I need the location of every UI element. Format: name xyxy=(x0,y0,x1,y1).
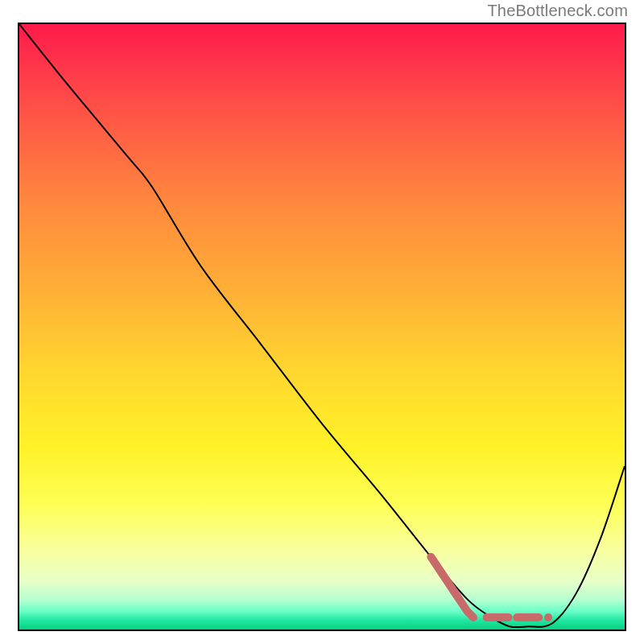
chart-svg xyxy=(19,24,625,630)
chart-frame xyxy=(18,23,626,631)
optimal-range-marker xyxy=(431,557,552,621)
attribution-text: TheBottleneck.com xyxy=(487,2,628,20)
optimal-range-end-dot xyxy=(544,613,552,621)
bottleneck-curve xyxy=(19,24,625,627)
